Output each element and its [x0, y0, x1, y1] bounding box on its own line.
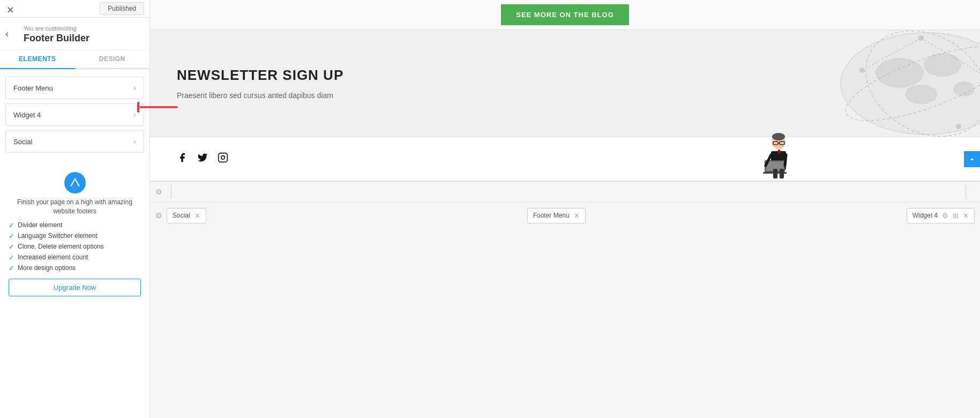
- widget-4-gear-icon[interactable]: ⚙: [942, 212, 948, 220]
- check-icon: ✓: [9, 221, 14, 229]
- feature-clone: ✓ Clone, Delete element options: [9, 243, 141, 251]
- social-section: [150, 137, 980, 181]
- globe-svg: [755, 30, 980, 137]
- svg-line-27: [785, 155, 786, 166]
- element-footer-menu-label: Footer Menu: [13, 84, 53, 92]
- twitter-icon[interactable]: [197, 152, 208, 166]
- sidebar: ✕ Published ‹ You are customizing Footer…: [0, 0, 150, 418]
- svg-point-12: [956, 124, 961, 129]
- sidebar-title: Footer Builder: [24, 33, 141, 44]
- published-button[interactable]: Published: [100, 2, 144, 15]
- social-widget-label: Social: [173, 212, 190, 219]
- feature-divider: ✓ Divider element: [9, 221, 141, 229]
- sidebar-tabs: ELEMENTS DESIGN: [0, 50, 149, 69]
- scroll-to-top-button[interactable]: [964, 151, 980, 167]
- svg-point-19: [772, 133, 785, 140]
- feature-language: ✓ Language Switcher element: [9, 232, 141, 240]
- svg-rect-15: [219, 153, 228, 162]
- footer-widget-4: Widget 4 ⚙ ⊞ ✕: [907, 208, 975, 223]
- svg-rect-28: [773, 169, 777, 178]
- svg-point-6: [953, 81, 975, 96]
- chevron-right-icon: ›: [133, 110, 136, 119]
- astra-logo-icon: [69, 177, 81, 189]
- chevron-right-icon: ›: [133, 84, 136, 92]
- footer-builder-area: ⚙ ⚙ Social ✕ Footer Menu ✕: [150, 181, 980, 418]
- widget-4-close-button[interactable]: ✕: [963, 212, 969, 220]
- footer-row-top: ⚙: [150, 182, 980, 202]
- svg-rect-29: [780, 169, 784, 178]
- footer-widget-footer-menu: Footer Menu ✕: [527, 208, 586, 223]
- element-widget-4[interactable]: Widget 4 ›: [5, 103, 144, 126]
- main-content: SEE MORE ON THE BLOG NEWSLETTER SIGN UP …: [150, 0, 980, 418]
- back-button[interactable]: ‹: [5, 29, 9, 39]
- element-social-label: Social: [13, 138, 32, 146]
- chevron-right-icon: ›: [133, 137, 136, 146]
- feature-design: ✓ More design options: [9, 264, 141, 272]
- element-social[interactable]: Social ›: [5, 130, 144, 153]
- check-icon: ✓: [9, 253, 14, 262]
- person-illustration: [760, 127, 798, 181]
- settings-gear-icon[interactable]: ⚙: [155, 188, 162, 196]
- check-icon: ✓: [9, 232, 14, 240]
- footer-menu-close-button[interactable]: ✕: [574, 212, 580, 220]
- see-more-button[interactable]: SEE MORE ON THE BLOG: [501, 4, 629, 25]
- upgrade-tagline: Finish your page on a high with amazing …: [9, 198, 141, 216]
- element-widget-4-label: Widget 4: [13, 111, 41, 119]
- sidebar-topbar: ✕ Published: [0, 0, 149, 18]
- footer-row-bottom: ⚙ Social ✕ Footer Menu ✕ Widget 4 ⚙: [150, 202, 980, 229]
- settings-gear-icon-2[interactable]: ⚙: [155, 211, 162, 220]
- close-icon[interactable]: ✕: [6, 4, 14, 16]
- tab-elements[interactable]: ELEMENTS: [0, 50, 75, 69]
- facebook-icon[interactable]: [177, 152, 188, 166]
- instagram-icon[interactable]: [218, 152, 228, 166]
- person-svg: [760, 127, 798, 181]
- widget-4-label: Widget 4: [912, 212, 938, 219]
- newsletter-globe: [755, 30, 980, 137]
- check-icon: ✓: [9, 243, 14, 251]
- feature-element-count: ✓ Increased element count: [9, 253, 141, 262]
- upgrade-now-button[interactable]: Upgrade Now: [9, 279, 141, 296]
- upgrade-features: ✓ Divider element ✓ Language Switcher el…: [9, 221, 141, 272]
- upgrade-section: Finish your page on a high with amazing …: [0, 162, 149, 418]
- footer-menu-widget-label: Footer Menu: [533, 212, 570, 219]
- elements-list: Footer Menu › Widget 4 › Social ›: [0, 69, 149, 162]
- svg-point-3: [876, 58, 924, 88]
- newsletter-section: NEWSLETTER SIGN UP Praesent libero sed c…: [150, 29, 980, 137]
- element-footer-menu[interactable]: Footer Menu ›: [5, 77, 144, 99]
- check-icon: ✓: [9, 264, 14, 272]
- sidebar-header: ‹ You are customizing Footer Builder: [0, 18, 149, 50]
- tab-design[interactable]: DESIGN: [75, 50, 150, 69]
- widget-4-grid-icon[interactable]: ⊞: [953, 212, 959, 220]
- social-close-button[interactable]: ✕: [194, 212, 200, 220]
- see-more-bar: SEE MORE ON THE BLOG: [150, 0, 980, 29]
- svg-point-5: [905, 85, 937, 104]
- footer-widget-social: Social ✕: [167, 208, 206, 223]
- customizing-label: You are customizing: [24, 25, 141, 32]
- svg-point-4: [924, 53, 961, 77]
- upgrade-icon: [64, 172, 86, 193]
